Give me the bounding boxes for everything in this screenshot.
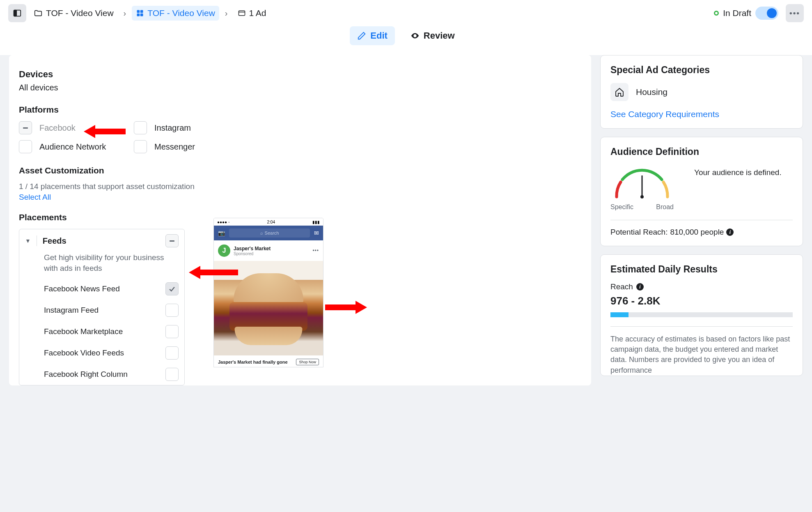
breadcrumb-ad[interactable]: 1 Ad bbox=[234, 6, 271, 21]
ad-preview: ●●●● ◦2:04▮▮▮ 📷 ⌕Search ✉ J Jasper's Mar… bbox=[213, 218, 323, 367]
category-housing-label: Housing bbox=[636, 87, 667, 97]
gauge-specific-label: Specific bbox=[610, 203, 633, 211]
asset-title: Asset Customization bbox=[19, 166, 581, 175]
checkbox-instagram[interactable] bbox=[134, 121, 147, 134]
svg-point-10 bbox=[640, 195, 644, 198]
breadcrumb-campaign[interactable]: TOF - Video View bbox=[30, 6, 118, 21]
placement-fb-right-column-label: Facebook Right Column bbox=[44, 370, 160, 379]
preview-sponsored: Sponsored bbox=[234, 251, 309, 256]
feeds-title: Feeds bbox=[43, 236, 67, 246]
checkbox-audience-network[interactable] bbox=[19, 140, 32, 153]
feeds-desc: Get high visibility for your business wi… bbox=[19, 252, 184, 278]
caret-down-icon[interactable]: ▼ bbox=[25, 238, 31, 244]
folder-icon bbox=[34, 9, 43, 18]
toggle-sidebar-button[interactable] bbox=[8, 4, 26, 22]
checkbox-feeds-all[interactable] bbox=[165, 234, 179, 247]
status-group: In Draft bbox=[714, 7, 778, 20]
audience-definition-card: Audience Definition Specific bbox=[600, 137, 803, 246]
svg-point-8 bbox=[414, 35, 416, 37]
preview-page-name: Jasper's Market bbox=[234, 246, 309, 251]
estimated-results-card: Estimated Daily Results Reach i 976 - 2.… bbox=[600, 254, 803, 376]
more-options-button[interactable]: ••• bbox=[786, 4, 804, 22]
checkbox-messenger-label: Messenger bbox=[154, 142, 195, 152]
breadcrumb-campaign-label: TOF - Video View bbox=[46, 8, 114, 18]
category-requirements-link[interactable]: See Category Requirements bbox=[610, 109, 719, 119]
checkbox-instagram-label: Instagram bbox=[154, 123, 191, 133]
select-all-link[interactable]: Select All bbox=[19, 193, 51, 202]
audience-title: Audience Definition bbox=[610, 146, 793, 157]
checkbox-fb-marketplace[interactable] bbox=[165, 325, 179, 338]
tab-review[interactable]: Review bbox=[403, 26, 462, 45]
info-icon[interactable]: i bbox=[636, 283, 644, 291]
audience-status-text: Your audience is defined. bbox=[694, 165, 782, 178]
tab-review-label: Review bbox=[424, 30, 455, 41]
tab-edit-label: Edit bbox=[370, 30, 388, 41]
status-dot-icon bbox=[714, 11, 719, 16]
breadcrumb: TOF - Video View › TOF - Video View › 1 … bbox=[8, 4, 804, 22]
breadcrumb-adset-label: TOF - Video View bbox=[147, 8, 215, 18]
preview-cta-button: Shop Now bbox=[296, 359, 319, 365]
preview-headline: Jasper's Market had finally gone bbox=[218, 360, 288, 364]
checkbox-audience-network-label: Audience Network bbox=[39, 142, 106, 152]
main-panel: Devices All devices Platforms Facebook I… bbox=[9, 55, 591, 385]
camera-icon: 📷 bbox=[218, 230, 225, 236]
special-categories-title: Special Ad Categories bbox=[610, 65, 793, 76]
breadcrumb-adset[interactable]: TOF - Video View bbox=[132, 6, 219, 21]
reach-progress-bar bbox=[610, 312, 793, 317]
preview-search: ⌕Search bbox=[229, 228, 310, 238]
gauge-broad-label: Broad bbox=[656, 203, 674, 211]
annotation-arrow bbox=[84, 125, 126, 138]
placement-fb-marketplace-label: Facebook Marketplace bbox=[44, 327, 160, 336]
results-disclaimer: The accuracy of estimates is based on fa… bbox=[610, 334, 793, 376]
reach-value: 976 - 2.8K bbox=[610, 295, 793, 307]
publish-toggle[interactable] bbox=[755, 7, 778, 20]
status-text: In Draft bbox=[723, 8, 751, 18]
checkbox-fb-right-column[interactable] bbox=[165, 368, 179, 381]
preview-more-icon: ••• bbox=[312, 248, 319, 254]
svg-rect-6 bbox=[239, 11, 245, 16]
preview-avatar: J bbox=[218, 244, 230, 257]
svg-rect-5 bbox=[140, 14, 143, 16]
info-icon[interactable]: i bbox=[726, 228, 734, 236]
placement-instagram-feed-label: Instagram Feed bbox=[44, 306, 160, 315]
checkbox-fb-news-feed[interactable] bbox=[165, 282, 179, 295]
grid-icon bbox=[136, 9, 144, 17]
devices-value: All devices bbox=[19, 83, 581, 92]
eye-icon bbox=[411, 31, 420, 40]
checkbox-instagram-feed[interactable] bbox=[165, 304, 179, 317]
placement-fb-news-feed-label: Facebook News Feed bbox=[44, 284, 160, 293]
checkbox-facebook[interactable] bbox=[19, 121, 32, 134]
chevron-right-icon: › bbox=[222, 9, 230, 18]
tab-edit[interactable]: Edit bbox=[350, 26, 395, 45]
special-categories-card: Special Ad Categories Housing See Catego… bbox=[600, 55, 803, 129]
chevron-right-icon: › bbox=[121, 9, 129, 18]
svg-rect-3 bbox=[140, 10, 143, 13]
checkbox-facebook-label: Facebook bbox=[39, 123, 76, 133]
checkbox-fb-video-feeds[interactable] bbox=[165, 346, 179, 360]
reach-label: Reach bbox=[610, 282, 633, 291]
housing-icon bbox=[610, 83, 628, 101]
svg-rect-1 bbox=[14, 10, 16, 16]
platforms-title: Platforms bbox=[19, 105, 581, 115]
breadcrumb-ad-label: 1 Ad bbox=[249, 8, 266, 18]
messenger-icon: ✉ bbox=[314, 230, 319, 236]
placement-fb-video-feeds-label: Facebook Video Feeds bbox=[44, 348, 160, 357]
pencil-icon bbox=[357, 31, 366, 40]
results-title: Estimated Daily Results bbox=[610, 264, 793, 275]
annotation-arrow bbox=[189, 266, 238, 279]
placements-box: ▼ Feeds Get high visibility for your bus… bbox=[19, 229, 185, 385]
devices-title: Devices bbox=[19, 69, 581, 80]
audience-gauge bbox=[610, 165, 674, 201]
preview-time: 2:04 bbox=[267, 220, 275, 224]
annotation-arrow bbox=[325, 301, 367, 314]
potential-reach-value: 810,000 people bbox=[670, 228, 724, 237]
potential-reach-label: Potential Reach: bbox=[610, 228, 667, 237]
checkbox-messenger[interactable] bbox=[134, 140, 147, 153]
asset-desc: 1 / 14 placements that support asset cus… bbox=[19, 182, 581, 191]
svg-rect-4 bbox=[137, 14, 140, 16]
ad-icon bbox=[238, 9, 246, 17]
svg-rect-2 bbox=[137, 10, 140, 13]
